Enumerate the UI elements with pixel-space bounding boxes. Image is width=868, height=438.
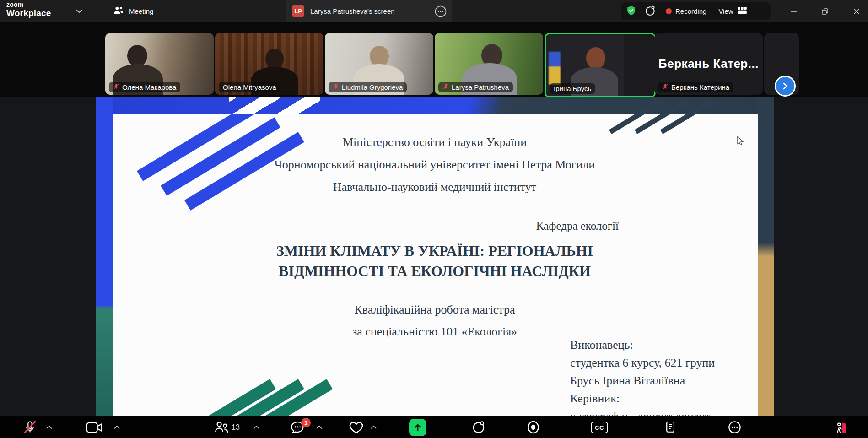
participant-name: Olena Mitryasova [223, 83, 276, 91]
notes-button[interactable] [663, 416, 677, 438]
tab-meeting-label: Meeting [129, 7, 153, 15]
minimize-button[interactable] [788, 5, 800, 17]
video-options-caret[interactable] [114, 416, 120, 438]
ai-companion-icon[interactable] [644, 5, 656, 18]
view-button-label[interactable]: View [718, 7, 733, 15]
supervisor-line-partial: к.географ.н., доцент доцент [570, 407, 715, 416]
closed-captions-button[interactable]: CC [591, 422, 608, 433]
name-label: Ірина Брусь [550, 83, 595, 94]
video-tile-olena-makarova[interactable]: Олена Макарова [105, 33, 214, 95]
meeting-toolbar: 13 1 CC [0, 416, 868, 438]
participants-count: 13 [232, 416, 240, 438]
logo-workplace-text: Workplace [6, 9, 51, 17]
people-icon [113, 5, 124, 17]
participant-silhouette [127, 45, 147, 67]
slide-worktype-line: Кваліфікаційна робота магістра [114, 303, 755, 317]
reactions-caret[interactable] [371, 416, 377, 438]
leave-meeting-button[interactable] [834, 416, 848, 438]
chat-caret[interactable] [316, 416, 322, 438]
white-diagonal-stripes [229, 97, 320, 114]
video-button[interactable] [86, 416, 102, 438]
mic-muted-icon [442, 83, 449, 91]
presentation-slide: Міністерство освіти і науки України Чорн… [96, 97, 774, 416]
participant-name: Беркань Катерина [671, 83, 729, 91]
slide-department-line: Кафедра екології [536, 220, 619, 233]
participant-name: Олена Макарова [122, 83, 176, 91]
logo-zoom-text: zoom [6, 1, 51, 8]
participant-name: Liudmila Grygorieva [342, 83, 403, 91]
mic-muted-icon [333, 83, 339, 91]
restore-button[interactable] [819, 5, 831, 17]
meeting-status-pill: Recording View [621, 2, 771, 20]
mic-muted-icon [662, 83, 669, 91]
close-button[interactable] [851, 5, 863, 17]
executor-line1: студентка 6 курсу, 621 групи [570, 354, 715, 372]
slide-title-line1: ЗМІНИ КЛІМАТУ В УКРАЇНІ: РЕГІОНАЛЬНІ [114, 243, 755, 260]
slide-institute-line: Навчально-науковий медичний інститут [114, 180, 755, 194]
name-label: Larysa Patrusheva [438, 82, 513, 92]
ellipsis-circle-icon[interactable] [435, 5, 447, 19]
record-button[interactable] [526, 416, 540, 438]
recording-dot-icon [666, 8, 672, 14]
mute-button[interactable] [23, 416, 37, 438]
chat-unread-badge: 1 [301, 418, 311, 427]
grid-view-icon[interactable] [737, 6, 747, 16]
name-label: Olena Mitryasova [219, 82, 280, 92]
slide-executor-block: Виконавець: студентка 6 курсу, 621 групи… [570, 336, 715, 416]
supervisor-label: Керівник: [570, 389, 715, 407]
slide-ministry-line: Міністерство освіти і науки України [114, 135, 755, 149]
more-options-button[interactable] [728, 416, 742, 438]
recording-label: Recording [675, 7, 706, 15]
tab-meeting[interactable]: Meeting [113, 0, 153, 22]
slide-title-line2: ВІДМІННОСТІ ТА ЕКОЛОГІЧНІ НАСЛІДКИ [114, 263, 755, 280]
mic-options-caret[interactable] [46, 416, 52, 438]
shield-check-icon[interactable] [625, 5, 637, 18]
participant-name: Larysa Patrusheva [452, 83, 509, 91]
slide-left-band [96, 97, 113, 416]
title-bar: zoom Workplace Meeting LP Larysa Patrush… [0, 0, 868, 22]
chevron-down-icon[interactable] [76, 7, 82, 15]
video-tile-larysa-patrusheva[interactable]: Larysa Patrusheva [435, 33, 543, 95]
slide-university-line: Чорноморський національний університет і… [114, 158, 755, 172]
participants-button[interactable] [214, 416, 230, 438]
video-tile-iryna-brus-active-speaker[interactable]: Ірина Брусь [545, 33, 656, 97]
participant-silhouette [586, 47, 605, 69]
tab-shared-screen[interactable]: LP Larysa Patrusheva's screen [286, 0, 452, 22]
tab-shared-screen-label: Larysa Patrusheva's screen [310, 7, 395, 15]
share-screen-button[interactable] [409, 419, 426, 436]
name-label: Беркань Катерина [658, 82, 733, 92]
participant-name: Ірина Брусь [554, 85, 591, 92]
mouse-cursor [737, 136, 744, 148]
next-page-arrow-button[interactable] [775, 76, 796, 97]
flag-backdrop [549, 52, 561, 85]
avatar: LP [292, 5, 304, 17]
video-tile-berkan-kateryna[interactable]: Беркань Катер... Беркань Катерина [654, 33, 763, 95]
ai-companion-button[interactable] [471, 416, 485, 438]
video-tile-olena-mitryasova[interactable]: Olena Mitryasova [215, 33, 323, 95]
zoom-workplace-logo: zoom Workplace [6, 1, 51, 17]
name-label: Олена Макарова [109, 82, 180, 92]
slide-right-band [758, 97, 774, 416]
zoom-window: zoom Workplace Meeting LP Larysa Patrush… [0, 0, 868, 438]
mic-muted-icon [113, 83, 119, 91]
video-thumbnail-strip: Олена Макарова Olena Mitryasova Liudmila… [0, 22, 868, 97]
video-tile-liudmila-grygorieva[interactable]: Liudmila Grygorieva [325, 33, 433, 95]
shared-screen-area: Міністерство освіти і науки України Чорн… [0, 97, 868, 416]
executor-label: Виконавець: [570, 336, 715, 354]
executor-line2: Брусь Ірина Віталіївна [570, 372, 715, 389]
name-label: Liudmila Grygorieva [329, 82, 407, 92]
participants-caret[interactable] [253, 416, 259, 438]
reactions-button[interactable] [349, 416, 364, 438]
